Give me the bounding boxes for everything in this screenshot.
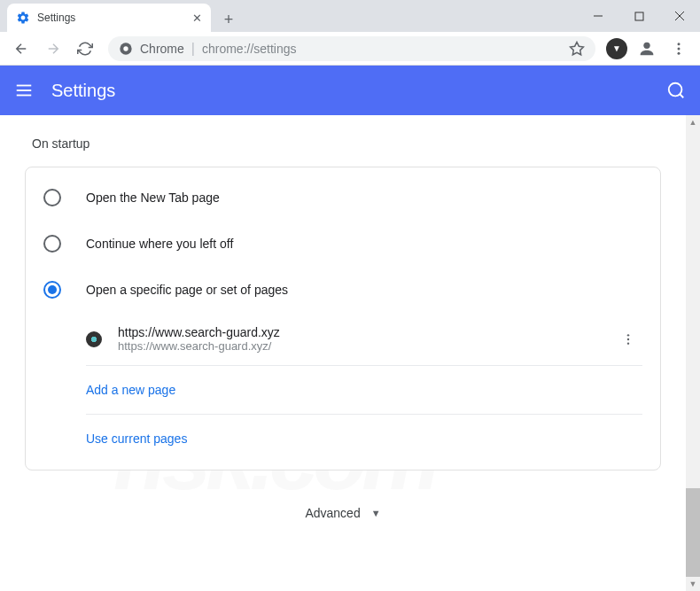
- svg-point-9: [678, 47, 681, 50]
- radio-option-specific[interactable]: Open a specific page or set of pages: [26, 267, 660, 313]
- svg-point-18: [627, 342, 629, 344]
- minimize-button[interactable]: [578, 0, 618, 32]
- svg-point-10: [678, 51, 681, 54]
- radio-option-newtab[interactable]: Open the New Tab page: [26, 175, 660, 221]
- bookmark-star-icon[interactable]: [569, 41, 585, 57]
- startup-page-row: https://www.search-guard.xyz https://www…: [86, 313, 642, 366]
- back-button[interactable]: [7, 35, 35, 63]
- maximize-button[interactable]: [618, 0, 659, 32]
- profile-avatar-icon[interactable]: [636, 38, 657, 59]
- svg-rect-1: [635, 12, 643, 20]
- page-full-url: https://www.search-guard.xyz/: [118, 339, 598, 353]
- kebab-menu-button[interactable]: [665, 35, 693, 63]
- settings-content: PC risk.com On startup Open the New Tab …: [0, 115, 686, 591]
- svg-point-5: [123, 46, 128, 51]
- radio-icon: [43, 189, 61, 206]
- add-page-button[interactable]: Add a new page: [86, 366, 642, 415]
- extension-icon[interactable]: ▼: [606, 38, 627, 59]
- browser-toolbar: Chrome | chrome://settings ▼: [0, 32, 700, 66]
- scroll-down-icon[interactable]: ▼: [686, 577, 700, 591]
- radio-icon: [43, 235, 61, 253]
- settings-header: Settings: [0, 66, 700, 115]
- section-title: On startup: [25, 136, 661, 151]
- svg-point-14: [669, 83, 682, 97]
- scrollbar[interactable]: ▲ ▼: [686, 115, 700, 591]
- chrome-icon: [119, 42, 133, 56]
- advanced-label: Advanced: [305, 506, 360, 520]
- scroll-thumb[interactable]: [686, 488, 700, 577]
- svg-point-7: [643, 42, 649, 48]
- svg-point-8: [678, 43, 681, 45]
- forward-button[interactable]: [39, 35, 67, 63]
- search-icon[interactable]: [666, 81, 686, 100]
- radio-icon: [43, 281, 61, 299]
- startup-card: Open the New Tab page Continue where you…: [25, 167, 661, 470]
- radio-label: Open the New Tab page: [86, 191, 220, 205]
- use-current-label: Use current pages: [86, 432, 187, 446]
- page-title: Settings: [51, 81, 649, 101]
- svg-marker-6: [571, 42, 584, 54]
- svg-line-15: [680, 94, 683, 97]
- scroll-up-icon[interactable]: ▲: [686, 115, 700, 129]
- addr-divider: |: [191, 41, 195, 57]
- settings-gear-icon: [16, 11, 30, 25]
- radio-label: Continue where you left off: [86, 237, 233, 251]
- new-tab-button[interactable]: +: [216, 7, 241, 32]
- hamburger-menu-icon[interactable]: [14, 81, 34, 100]
- tab-close-button[interactable]: ✕: [192, 12, 202, 25]
- addr-scheme: Chrome: [140, 42, 184, 56]
- addr-url: chrome://settings: [202, 42, 297, 56]
- address-bar[interactable]: Chrome | chrome://settings: [108, 36, 595, 61]
- svg-point-16: [627, 334, 629, 336]
- browser-tab[interactable]: Settings ✕: [7, 4, 211, 32]
- radio-option-continue[interactable]: Continue where you left off: [26, 221, 660, 267]
- reload-button[interactable]: [71, 35, 99, 63]
- tab-title: Settings: [37, 12, 185, 24]
- close-window-button[interactable]: [659, 0, 700, 32]
- use-current-button[interactable]: Use current pages: [86, 415, 642, 463]
- add-page-label: Add a new page: [86, 383, 175, 397]
- page-favicon-icon: [86, 331, 102, 347]
- chevron-down-icon: ▼: [371, 508, 381, 518]
- page-display-url: https://www.search-guard.xyz: [118, 325, 598, 339]
- page-more-button[interactable]: [614, 332, 642, 346]
- advanced-toggle[interactable]: Advanced ▼: [25, 492, 661, 534]
- radio-label: Open a specific page or set of pages: [86, 283, 288, 297]
- svg-point-17: [627, 338, 629, 339]
